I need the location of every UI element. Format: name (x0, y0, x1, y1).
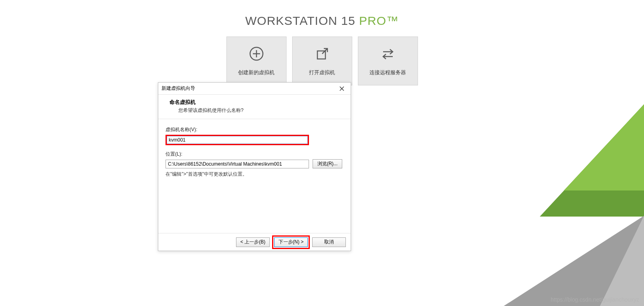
location-hint: 在"编辑">"首选项"中可更改默认位置。 (166, 171, 343, 178)
title-tm: ™ (386, 14, 399, 27)
vm-name-highlight (166, 135, 309, 145)
vm-location-input[interactable] (166, 160, 309, 168)
cancel-button[interactable]: 取消 (312, 237, 346, 247)
next-button-highlight: 下一步(N) > (272, 235, 310, 249)
close-button[interactable] (336, 84, 347, 93)
dialog-title: 新建虚拟机向导 (162, 85, 195, 92)
dialog-titlebar[interactable]: 新建虚拟机向导 (158, 83, 351, 95)
vm-name-label: 虚拟机名称(V): (166, 126, 343, 133)
dialog-subheading: 您希望该虚拟机使用什么名称? (178, 107, 343, 114)
new-vm-wizard-dialog: 新建虚拟机向导 命名虚拟机 您希望该虚拟机使用什么名称? 虚拟机名称(V): 位… (158, 82, 351, 251)
dialog-footer: < 上一步(B) 下一步(N) > 取消 (158, 233, 351, 251)
back-button[interactable]: < 上一步(B) (236, 237, 270, 247)
title-main: WORKSTATION 15 (245, 14, 359, 27)
create-vm-label: 创建新的虚拟机 (238, 69, 275, 76)
decor-triangle-gray (504, 216, 644, 306)
browse-button[interactable]: 浏览(R)... (313, 159, 342, 168)
swap-arrows-icon (380, 46, 396, 62)
home-tiles: 创建新的虚拟机 打开虚拟机 连接远程服务器 (0, 36, 644, 85)
dialog-body: 虚拟机名称(V): 位置(L): 浏览(R)... 在"编辑">"首选项"中可更… (158, 119, 351, 182)
app-title: WORKSTATION 15 PRO™ (0, 14, 644, 28)
decor-triangle-green (540, 104, 644, 217)
dialog-heading: 命名虚拟机 (170, 99, 343, 106)
create-vm-tile[interactable]: 创建新的虚拟机 (226, 36, 287, 85)
next-button[interactable]: 下一步(N) > (274, 237, 308, 247)
plus-circle-icon (248, 46, 264, 62)
vm-name-input[interactable] (167, 136, 308, 144)
connect-server-tile[interactable]: 连接远程服务器 (358, 36, 418, 85)
close-icon (339, 86, 344, 91)
open-vm-label: 打开虚拟机 (309, 69, 335, 76)
vm-location-label: 位置(L): (166, 151, 343, 158)
title-pro: PRO (359, 14, 386, 27)
dialog-header: 命名虚拟机 您希望该虚拟机使用什么名称? (158, 95, 351, 119)
connect-server-label: 连接远程服务器 (369, 69, 406, 76)
watermark: https://blog.csdn.net/guijianchouxyz (551, 296, 639, 303)
open-external-icon (314, 46, 330, 62)
open-vm-tile[interactable]: 打开虚拟机 (292, 36, 352, 85)
